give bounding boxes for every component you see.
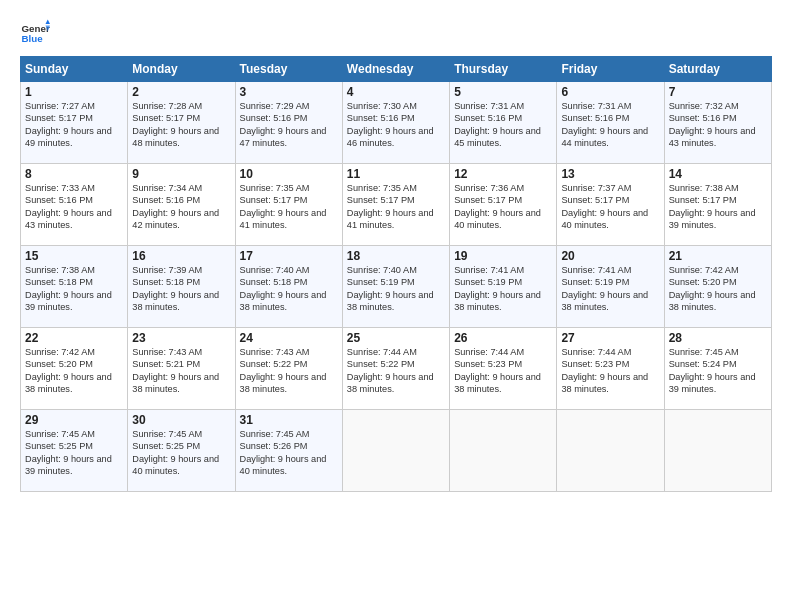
calendar-cell: 9 Sunrise: 7:34 AM Sunset: 5:16 PM Dayli… xyxy=(128,164,235,246)
day-number: 23 xyxy=(132,331,230,345)
calendar-table: SundayMondayTuesdayWednesdayThursdayFrid… xyxy=(20,56,772,492)
day-number: 26 xyxy=(454,331,552,345)
calendar-cell: 31 Sunrise: 7:45 AM Sunset: 5:26 PM Dayl… xyxy=(235,410,342,492)
day-info: Sunrise: 7:44 AM Sunset: 5:23 PM Dayligh… xyxy=(561,346,659,396)
header-wednesday: Wednesday xyxy=(342,57,449,82)
calendar-cell: 24 Sunrise: 7:43 AM Sunset: 5:22 PM Dayl… xyxy=(235,328,342,410)
day-info: Sunrise: 7:43 AM Sunset: 5:21 PM Dayligh… xyxy=(132,346,230,396)
day-number: 2 xyxy=(132,85,230,99)
day-info: Sunrise: 7:28 AM Sunset: 5:17 PM Dayligh… xyxy=(132,100,230,150)
svg-text:General: General xyxy=(22,23,51,34)
day-number: 16 xyxy=(132,249,230,263)
calendar-cell: 2 Sunrise: 7:28 AM Sunset: 5:17 PM Dayli… xyxy=(128,82,235,164)
day-number: 3 xyxy=(240,85,338,99)
calendar-cell: 11 Sunrise: 7:35 AM Sunset: 5:17 PM Dayl… xyxy=(342,164,449,246)
day-number: 27 xyxy=(561,331,659,345)
calendar-cell: 5 Sunrise: 7:31 AM Sunset: 5:16 PM Dayli… xyxy=(450,82,557,164)
day-number: 21 xyxy=(669,249,767,263)
calendar-header-row: SundayMondayTuesdayWednesdayThursdayFrid… xyxy=(21,57,772,82)
day-number: 4 xyxy=(347,85,445,99)
calendar-week-3: 15 Sunrise: 7:38 AM Sunset: 5:18 PM Dayl… xyxy=(21,246,772,328)
calendar-week-1: 1 Sunrise: 7:27 AM Sunset: 5:17 PM Dayli… xyxy=(21,82,772,164)
day-number: 18 xyxy=(347,249,445,263)
calendar-cell xyxy=(450,410,557,492)
day-info: Sunrise: 7:31 AM Sunset: 5:16 PM Dayligh… xyxy=(561,100,659,150)
day-info: Sunrise: 7:43 AM Sunset: 5:22 PM Dayligh… xyxy=(240,346,338,396)
day-info: Sunrise: 7:40 AM Sunset: 5:18 PM Dayligh… xyxy=(240,264,338,314)
calendar-cell: 16 Sunrise: 7:39 AM Sunset: 5:18 PM Dayl… xyxy=(128,246,235,328)
day-info: Sunrise: 7:39 AM Sunset: 5:18 PM Dayligh… xyxy=(132,264,230,314)
calendar-cell xyxy=(664,410,771,492)
day-number: 7 xyxy=(669,85,767,99)
calendar-cell: 20 Sunrise: 7:41 AM Sunset: 5:19 PM Dayl… xyxy=(557,246,664,328)
day-number: 11 xyxy=(347,167,445,181)
day-number: 29 xyxy=(25,413,123,427)
logo-icon: General Blue xyxy=(20,18,50,48)
day-number: 5 xyxy=(454,85,552,99)
day-number: 22 xyxy=(25,331,123,345)
calendar-cell: 13 Sunrise: 7:37 AM Sunset: 5:17 PM Dayl… xyxy=(557,164,664,246)
day-info: Sunrise: 7:36 AM Sunset: 5:17 PM Dayligh… xyxy=(454,182,552,232)
day-info: Sunrise: 7:41 AM Sunset: 5:19 PM Dayligh… xyxy=(454,264,552,314)
day-number: 31 xyxy=(240,413,338,427)
day-number: 13 xyxy=(561,167,659,181)
day-info: Sunrise: 7:38 AM Sunset: 5:17 PM Dayligh… xyxy=(669,182,767,232)
day-info: Sunrise: 7:44 AM Sunset: 5:22 PM Dayligh… xyxy=(347,346,445,396)
day-number: 12 xyxy=(454,167,552,181)
day-info: Sunrise: 7:29 AM Sunset: 5:16 PM Dayligh… xyxy=(240,100,338,150)
calendar-cell: 6 Sunrise: 7:31 AM Sunset: 5:16 PM Dayli… xyxy=(557,82,664,164)
calendar-cell xyxy=(557,410,664,492)
day-info: Sunrise: 7:32 AM Sunset: 5:16 PM Dayligh… xyxy=(669,100,767,150)
calendar-cell: 1 Sunrise: 7:27 AM Sunset: 5:17 PM Dayli… xyxy=(21,82,128,164)
calendar-cell: 8 Sunrise: 7:33 AM Sunset: 5:16 PM Dayli… xyxy=(21,164,128,246)
svg-text:Blue: Blue xyxy=(22,33,44,44)
day-info: Sunrise: 7:27 AM Sunset: 5:17 PM Dayligh… xyxy=(25,100,123,150)
day-info: Sunrise: 7:45 AM Sunset: 5:25 PM Dayligh… xyxy=(25,428,123,478)
day-number: 28 xyxy=(669,331,767,345)
day-info: Sunrise: 7:45 AM Sunset: 5:24 PM Dayligh… xyxy=(669,346,767,396)
calendar-cell: 30 Sunrise: 7:45 AM Sunset: 5:25 PM Dayl… xyxy=(128,410,235,492)
calendar-cell: 27 Sunrise: 7:44 AM Sunset: 5:23 PM Dayl… xyxy=(557,328,664,410)
calendar-cell: 12 Sunrise: 7:36 AM Sunset: 5:17 PM Dayl… xyxy=(450,164,557,246)
calendar-cell xyxy=(342,410,449,492)
calendar-cell: 19 Sunrise: 7:41 AM Sunset: 5:19 PM Dayl… xyxy=(450,246,557,328)
header-friday: Friday xyxy=(557,57,664,82)
calendar-cell: 26 Sunrise: 7:44 AM Sunset: 5:23 PM Dayl… xyxy=(450,328,557,410)
day-number: 14 xyxy=(669,167,767,181)
day-number: 19 xyxy=(454,249,552,263)
calendar-cell: 25 Sunrise: 7:44 AM Sunset: 5:22 PM Dayl… xyxy=(342,328,449,410)
day-info: Sunrise: 7:38 AM Sunset: 5:18 PM Dayligh… xyxy=(25,264,123,314)
calendar-week-5: 29 Sunrise: 7:45 AM Sunset: 5:25 PM Dayl… xyxy=(21,410,772,492)
day-info: Sunrise: 7:42 AM Sunset: 5:20 PM Dayligh… xyxy=(25,346,123,396)
day-number: 15 xyxy=(25,249,123,263)
day-info: Sunrise: 7:40 AM Sunset: 5:19 PM Dayligh… xyxy=(347,264,445,314)
logo: General Blue xyxy=(20,18,50,48)
calendar-cell: 22 Sunrise: 7:42 AM Sunset: 5:20 PM Dayl… xyxy=(21,328,128,410)
page-header: General Blue xyxy=(20,18,772,48)
day-info: Sunrise: 7:37 AM Sunset: 5:17 PM Dayligh… xyxy=(561,182,659,232)
calendar-cell: 3 Sunrise: 7:29 AM Sunset: 5:16 PM Dayli… xyxy=(235,82,342,164)
calendar-cell: 23 Sunrise: 7:43 AM Sunset: 5:21 PM Dayl… xyxy=(128,328,235,410)
day-number: 1 xyxy=(25,85,123,99)
day-number: 17 xyxy=(240,249,338,263)
calendar-cell: 18 Sunrise: 7:40 AM Sunset: 5:19 PM Dayl… xyxy=(342,246,449,328)
calendar-week-2: 8 Sunrise: 7:33 AM Sunset: 5:16 PM Dayli… xyxy=(21,164,772,246)
day-number: 9 xyxy=(132,167,230,181)
calendar-cell: 15 Sunrise: 7:38 AM Sunset: 5:18 PM Dayl… xyxy=(21,246,128,328)
day-info: Sunrise: 7:31 AM Sunset: 5:16 PM Dayligh… xyxy=(454,100,552,150)
day-info: Sunrise: 7:30 AM Sunset: 5:16 PM Dayligh… xyxy=(347,100,445,150)
day-info: Sunrise: 7:44 AM Sunset: 5:23 PM Dayligh… xyxy=(454,346,552,396)
day-info: Sunrise: 7:42 AM Sunset: 5:20 PM Dayligh… xyxy=(669,264,767,314)
day-number: 20 xyxy=(561,249,659,263)
calendar-cell: 7 Sunrise: 7:32 AM Sunset: 5:16 PM Dayli… xyxy=(664,82,771,164)
day-number: 8 xyxy=(25,167,123,181)
svg-marker-2 xyxy=(46,20,51,25)
calendar-cell: 10 Sunrise: 7:35 AM Sunset: 5:17 PM Dayl… xyxy=(235,164,342,246)
day-info: Sunrise: 7:45 AM Sunset: 5:25 PM Dayligh… xyxy=(132,428,230,478)
day-info: Sunrise: 7:35 AM Sunset: 5:17 PM Dayligh… xyxy=(240,182,338,232)
calendar-week-4: 22 Sunrise: 7:42 AM Sunset: 5:20 PM Dayl… xyxy=(21,328,772,410)
header-tuesday: Tuesday xyxy=(235,57,342,82)
header-monday: Monday xyxy=(128,57,235,82)
calendar-cell: 14 Sunrise: 7:38 AM Sunset: 5:17 PM Dayl… xyxy=(664,164,771,246)
calendar-cell: 4 Sunrise: 7:30 AM Sunset: 5:16 PM Dayli… xyxy=(342,82,449,164)
